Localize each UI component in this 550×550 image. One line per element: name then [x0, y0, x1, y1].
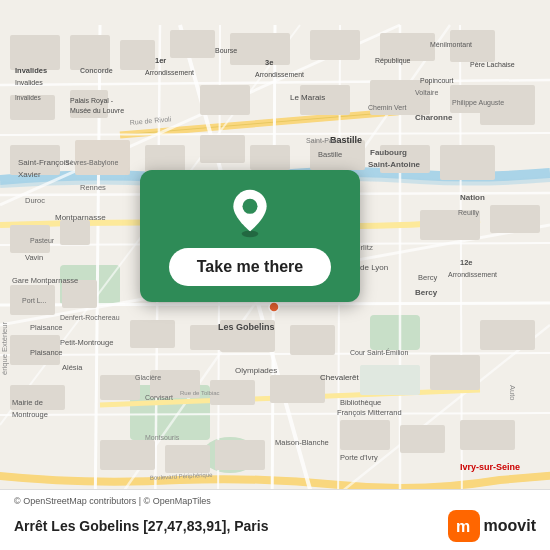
svg-text:Auto: Auto: [508, 385, 517, 400]
svg-text:Philippe Auguste: Philippe Auguste: [452, 99, 504, 107]
svg-rect-23: [230, 33, 290, 65]
take-me-there-button[interactable]: Take me there: [169, 248, 331, 286]
svg-rect-52: [250, 145, 290, 170]
svg-rect-3: [370, 315, 420, 350]
svg-rect-47: [440, 145, 495, 180]
svg-text:Gare Montparnasse: Gare Montparnasse: [12, 276, 78, 285]
svg-text:Port L...: Port L...: [22, 297, 47, 304]
svg-text:12e: 12e: [460, 258, 473, 267]
location-info-row: Arrêt Les Gobelins [27,47,83,91], Paris …: [14, 510, 536, 542]
svg-text:Arrondissement: Arrondissement: [145, 69, 194, 76]
svg-rect-45: [480, 320, 535, 350]
svg-text:Reuilly: Reuilly: [458, 209, 480, 217]
svg-text:Pasteur: Pasteur: [30, 237, 55, 244]
location-pin-icon: [225, 188, 275, 238]
svg-text:érique Extérieur: érique Extérieur: [0, 322, 9, 375]
svg-text:Invalides: Invalides: [15, 94, 41, 101]
svg-text:Les Gobelins: Les Gobelins: [218, 322, 275, 332]
svg-text:Duroc: Duroc: [25, 196, 45, 205]
svg-text:Arrondissement: Arrondissement: [255, 71, 304, 78]
svg-point-139: [242, 231, 259, 238]
svg-rect-36: [60, 220, 90, 245]
svg-text:Olympiades: Olympiades: [235, 366, 277, 375]
svg-text:Ivry-sur-Seine: Ivry-sur-Seine: [460, 462, 520, 472]
svg-text:République: République: [375, 57, 411, 65]
location-name: Arrêt Les Gobelins [27,47,83,91], Paris: [14, 518, 268, 534]
moovit-logo: m moovit: [448, 510, 536, 542]
svg-rect-57: [100, 375, 140, 400]
svg-rect-60: [270, 375, 325, 403]
svg-text:Bourse: Bourse: [215, 47, 237, 54]
svg-text:Bibliothèque: Bibliothèque: [340, 398, 381, 407]
svg-rect-55: [130, 320, 175, 348]
svg-text:Palais Royal -: Palais Royal -: [70, 97, 114, 105]
svg-text:Rennes: Rennes: [80, 183, 106, 192]
svg-rect-20: [70, 35, 110, 70]
map-attribution: © OpenStreetMap contributors | © OpenMap…: [14, 496, 536, 506]
svg-text:Plaisance: Plaisance: [30, 323, 63, 332]
svg-text:Invalides: Invalides: [15, 66, 47, 75]
svg-text:Mairie de: Mairie de: [12, 398, 43, 407]
svg-text:Bercy: Bercy: [418, 273, 437, 282]
svg-text:Bastille: Bastille: [318, 150, 342, 159]
svg-text:Popincourt: Popincourt: [420, 77, 454, 85]
svg-rect-24: [310, 30, 360, 60]
svg-text:Ménilmontant: Ménilmontant: [430, 41, 472, 48]
svg-rect-63: [460, 420, 515, 450]
svg-rect-49: [490, 205, 540, 233]
svg-rect-61: [340, 420, 390, 450]
svg-text:3e: 3e: [265, 58, 273, 67]
svg-text:Porte d'Ivry: Porte d'Ivry: [340, 453, 378, 462]
svg-text:Père Lachaise: Père Lachaise: [470, 61, 515, 68]
moovit-text: moovit: [484, 517, 536, 535]
svg-text:Montsouris: Montsouris: [145, 434, 180, 441]
svg-text:Cour Saint-Émilion: Cour Saint-Émilion: [350, 348, 408, 356]
svg-text:Montrouge: Montrouge: [12, 410, 48, 419]
svg-rect-19: [10, 35, 60, 70]
svg-rect-64: [100, 440, 155, 470]
svg-text:Charonne: Charonne: [415, 113, 453, 122]
svg-rect-42: [290, 325, 335, 355]
svg-text:Chemin Vert: Chemin Vert: [368, 104, 407, 111]
svg-text:Musée du Louvre: Musée du Louvre: [70, 107, 124, 114]
bottom-bar: © OpenStreetMap contributors | © OpenMap…: [0, 489, 550, 550]
svg-text:Le Marais: Le Marais: [290, 93, 325, 102]
svg-point-138: [269, 302, 279, 312]
svg-text:Denfert-Rochereau: Denfert-Rochereau: [60, 314, 120, 321]
moovit-icon: m: [448, 510, 480, 542]
svg-text:Arrondissement: Arrondissement: [448, 271, 497, 278]
svg-rect-31: [145, 145, 185, 173]
map-container: Rue de Rivoli Faubourg Saint-Germain Rue…: [0, 0, 550, 550]
svg-text:Saint-Antoine: Saint-Antoine: [368, 160, 421, 169]
svg-text:Corvisart: Corvisart: [145, 394, 173, 401]
svg-rect-22: [170, 30, 215, 58]
svg-text:François Mitterrand: François Mitterrand: [337, 408, 402, 417]
svg-rect-65: [165, 445, 210, 473]
svg-rect-50: [200, 85, 250, 115]
svg-point-140: [243, 199, 258, 214]
svg-text:Montparnasse: Montparnasse: [55, 213, 106, 222]
svg-text:Petit-Montrouge: Petit-Montrouge: [60, 338, 113, 347]
svg-text:Voltaire: Voltaire: [415, 89, 438, 96]
svg-rect-66: [215, 440, 265, 470]
svg-rect-30: [75, 140, 130, 175]
svg-rect-51: [200, 135, 245, 163]
svg-text:Alésia: Alésia: [62, 363, 83, 372]
svg-text:Bercy: Bercy: [415, 288, 438, 297]
svg-rect-44: [430, 355, 480, 390]
svg-text:Glacière: Glacière: [135, 374, 161, 381]
svg-text:Nation: Nation: [460, 193, 485, 202]
svg-text:Vavin: Vavin: [25, 253, 43, 262]
svg-text:Invalides: Invalides: [15, 79, 43, 86]
svg-text:Xavier: Xavier: [18, 170, 41, 179]
svg-rect-43: [360, 365, 420, 395]
overlay-card: Take me there: [140, 170, 360, 302]
svg-text:Plaisance: Plaisance: [30, 348, 63, 357]
svg-text:Concorde: Concorde: [80, 67, 113, 74]
svg-text:Faubourg: Faubourg: [370, 148, 407, 157]
svg-text:Chevalerêt: Chevalerêt: [320, 373, 359, 382]
svg-text:Maison-Blanche: Maison-Blanche: [275, 438, 329, 447]
svg-rect-21: [120, 40, 155, 70]
svg-rect-62: [400, 425, 445, 453]
svg-text:Rue de Tolbiac: Rue de Tolbiac: [180, 390, 220, 396]
